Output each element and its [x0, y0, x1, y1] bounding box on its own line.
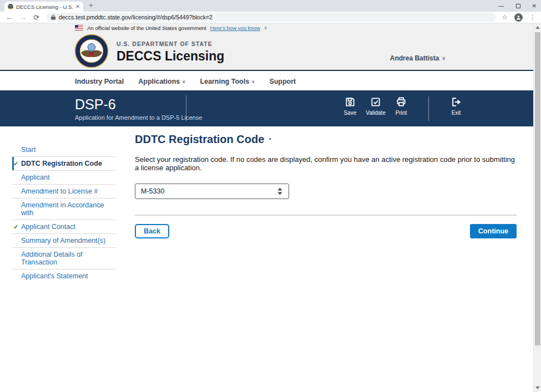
browser-window: DECCS Licensing - U.S. Departme ✕ + — ✕ …: [0, 0, 541, 392]
hero-actions: Save Validate Print: [337, 96, 469, 121]
window-close-button[interactable]: ✕: [532, 3, 537, 9]
sidebar-item-applicant-contact[interactable]: ✓ Applicant Contact: [12, 220, 115, 234]
sidebar-item-label: Amendment to License #: [21, 187, 98, 195]
action-label: Save: [344, 110, 357, 116]
print-button[interactable]: Print: [388, 96, 414, 116]
form-identity: DSP-6 Application for Amendment to a DSP…: [75, 96, 202, 121]
sidebar-item-applicants-statement[interactable]: Applicant's Statement: [12, 269, 115, 283]
bookmark-star-icon[interactable]: ☆: [502, 14, 508, 21]
page-description: Select your registration code. If no cod…: [135, 155, 517, 172]
actions-divider: [428, 96, 429, 121]
nav-label: Applications: [138, 78, 180, 85]
window-maximize-button[interactable]: [516, 4, 520, 8]
sidebar-item-label: Applicant Contact: [21, 223, 75, 231]
sidebar-item-amendment-in-accordance-with[interactable]: Amendment in Accordance with: [12, 198, 115, 220]
state-department-seal: [74, 34, 109, 70]
person-icon: [516, 15, 521, 20]
scrollbar-down-arrow[interactable]: [535, 386, 540, 389]
page-title: DDTC Registration Code: [135, 133, 264, 146]
required-marker: ·: [269, 134, 272, 145]
back-button[interactable]: ←: [6, 14, 13, 21]
url-text: deccs.test.pmddtc.state.gov/licensing/#/…: [59, 14, 213, 21]
site-favicon-icon: [8, 4, 13, 9]
site-nav: Industry Portal Applications ∨ Learning …: [0, 72, 533, 90]
browser-tab[interactable]: DECCS Licensing - U.S. Departme ✕: [4, 2, 83, 12]
hero-divider: [186, 95, 186, 121]
save-icon: [345, 96, 356, 108]
selected-registration-code: M-5330: [141, 187, 164, 195]
validate-icon: [370, 96, 381, 108]
tab-strip: DECCS Licensing - U.S. Departme ✕ + — ✕: [0, 0, 541, 12]
form-description: Application for Amendment to a DSP-5 Lic…: [75, 114, 202, 121]
browser-toolbar: ← → ⟳ deccs.test.pmddtc.state.gov/licens…: [0, 12, 541, 23]
action-label: Print: [396, 110, 407, 116]
us-flag-icon: [75, 25, 83, 30]
tab-title: DECCS Licensing - U.S. Departme: [16, 4, 73, 10]
nav-item-industry-portal[interactable]: Industry Portal: [75, 78, 124, 85]
form-hero-bar: DSP-6 Application for Amendment to a DSP…: [0, 90, 533, 126]
user-name: Andrea Battista: [390, 54, 439, 62]
sidebar-item-summary-of-amendments[interactable]: Summary of Amendment(s): [12, 234, 115, 248]
app-name: DECCS Licensing: [117, 49, 224, 64]
address-bar[interactable]: deccs.test.pmddtc.state.gov/licensing/#/…: [46, 13, 496, 22]
nav-item-support[interactable]: Support: [269, 78, 296, 85]
form-divider: [135, 215, 517, 216]
site-header: U.S. DEPARTMENT OF STATE DECCS Licensing…: [0, 32, 533, 71]
action-label: Validate: [366, 110, 385, 116]
how-you-know-link[interactable]: Here's how you know: [210, 25, 260, 31]
nav-label: Learning Tools: [200, 78, 249, 85]
exit-icon: [451, 96, 462, 108]
action-label: Exit: [452, 110, 461, 116]
header-text: U.S. DEPARTMENT OF STATE DECCS Licensing: [117, 40, 224, 64]
check-icon: ✓: [13, 160, 18, 167]
browser-menu-icon[interactable]: ⋮: [529, 14, 535, 21]
sidebar-item-label: Amendment in Accordance with: [21, 201, 104, 217]
registration-code-select[interactable]: M-5330: [135, 184, 289, 199]
window-minimize-button[interactable]: —: [499, 3, 504, 9]
sidebar-item-start[interactable]: Start: [12, 143, 115, 157]
window-controls: — ✕: [499, 0, 537, 12]
sidebar-item-label: Applicant's Statement: [21, 272, 88, 280]
print-icon: [396, 96, 407, 108]
sidebar-item-amendment-to-license[interactable]: Amendment to License #: [12, 185, 115, 198]
chevron-down-icon: ∨: [182, 79, 185, 84]
nav-label: Support: [269, 78, 296, 85]
sidebar-item-label: DDTC Registration Code: [21, 160, 102, 167]
nav-item-applications[interactable]: Applications ∨: [138, 78, 185, 85]
lock-icon: [51, 14, 55, 20]
reload-button[interactable]: ⟳: [33, 14, 39, 21]
chevron-down-icon: ∨: [251, 79, 255, 84]
sidebar-item-label: Additional Details of Transaction: [21, 251, 82, 266]
user-menu[interactable]: Andrea Battista ∨: [390, 54, 446, 62]
validate-button[interactable]: Validate: [363, 96, 388, 116]
sidebar-item-label: Start: [21, 146, 36, 154]
scrollbar-thumb[interactable]: [535, 32, 540, 345]
exit-button[interactable]: Exit: [443, 96, 469, 116]
sort-arrows-icon: [277, 187, 283, 195]
scrollbar-up-arrow[interactable]: [535, 26, 540, 29]
tab-close-icon[interactable]: ✕: [75, 4, 80, 9]
form-section-sidebar: Start ✓ DDTC Registration Code Applicant…: [12, 143, 115, 283]
page-scrollbar[interactable]: [533, 23, 541, 392]
sidebar-item-label: Summary of Amendment(s): [21, 237, 105, 245]
sidebar-item-ddtc-registration-code[interactable]: ✓ DDTC Registration Code: [12, 157, 115, 171]
form-code: DSP-6: [75, 96, 202, 113]
toolbar-right: ☆ ⋮: [502, 13, 535, 22]
official-site-text: An official website of the United States…: [87, 25, 206, 31]
profile-avatar[interactable]: [514, 13, 523, 22]
continue-button[interactable]: Continue: [470, 224, 517, 238]
agency-name: U.S. DEPARTMENT OF STATE: [117, 40, 224, 47]
gov-banner: An official website of the United States…: [0, 23, 533, 32]
back-form-button[interactable]: Back: [135, 224, 169, 238]
nav-item-learning-tools[interactable]: Learning Tools ∨: [200, 78, 255, 85]
forward-button[interactable]: →: [19, 14, 27, 21]
save-button[interactable]: Save: [337, 96, 363, 116]
sidebar-item-label: Applicant: [21, 174, 49, 181]
sidebar-item-applicant[interactable]: Applicant: [12, 171, 115, 185]
sidebar-item-additional-details[interactable]: Additional Details of Transaction: [12, 248, 115, 269]
chevron-down-icon[interactable]: ∨: [264, 26, 267, 30]
form-main-content: DDTC Registration Code · Select your reg…: [135, 133, 517, 238]
check-icon: ✓: [13, 223, 18, 231]
page-title-row: DDTC Registration Code ·: [135, 133, 517, 146]
new-tab-button[interactable]: +: [89, 1, 93, 9]
